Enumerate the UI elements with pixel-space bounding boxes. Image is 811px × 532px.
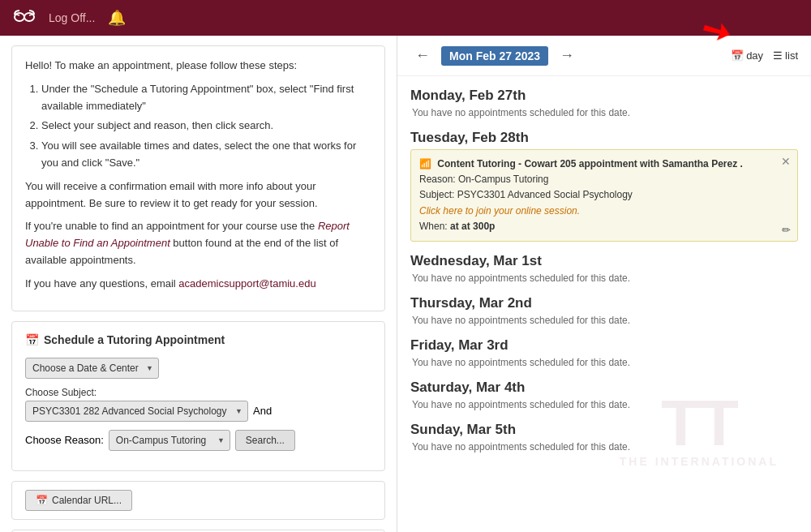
appointment-reason-line: Reason: On-Campus Tutoring	[419, 172, 773, 187]
day-section-tue-feb28: Tuesday, Feb 28th ✕ ✏ 📶 Content Tutoring…	[410, 130, 798, 242]
week-check-box: Week & Semester Time Check for Tutor Tra…	[11, 530, 385, 532]
calendar-url-icon: 📅	[36, 495, 48, 506]
appointment-online-link[interactable]: Click here to join your online session.	[419, 204, 773, 219]
prev-date-button[interactable]: ←	[410, 45, 435, 66]
list-view-option[interactable]: ☰ list	[773, 49, 798, 62]
appointment-close-button[interactable]: ✕	[781, 155, 791, 168]
calendar-url-button[interactable]: 📅 Calendar URL...	[25, 490, 132, 511]
subject-row: Choose Subject: PSYC3301 282 Advanced So…	[25, 387, 371, 422]
calendar-icon: 📅	[25, 333, 39, 346]
appointment-title: Content Tutoring - Cowart 205 appointmen…	[437, 158, 742, 169]
day-section-fri-mar3: Friday, Mar 3rd You have no appointments…	[410, 337, 798, 368]
no-appt-wed-mar1: You have no appointments scheduled for t…	[410, 272, 798, 284]
appointment-time: at 300p	[461, 221, 495, 232]
day-section-wed-mar1: Wednesday, Mar 1st You have no appointme…	[410, 253, 798, 284]
instructions-step-1: Under the "Schedule a Tutoring Appointme…	[41, 81, 371, 115]
search-button[interactable]: Search...	[235, 430, 295, 451]
appointment-edit-button[interactable]: ✏	[782, 224, 791, 236]
day-title-wed-mar1: Wednesday, Mar 1st	[410, 253, 798, 269]
right-panel: ← Mon Feb 27 2023 → 📅 day ☰ list Monday,…	[397, 36, 811, 532]
instructions-report: If you're unable to find an appointment …	[25, 218, 371, 268]
instructions-hello: Hello! To make an appointment, please fo…	[25, 58, 371, 75]
main-layout: Hello! To make an appointment, please fo…	[0, 36, 811, 532]
day-section-sun-mar5: Sunday, Mar 5th You have no appointments…	[410, 422, 798, 453]
subject-select[interactable]: PSYC3301 282 Advanced Social Psychology	[25, 401, 248, 422]
subject-select-wrapper: PSYC3301 282 Advanced Social Psychology	[25, 401, 248, 422]
list-view-icon: ☰	[773, 49, 783, 62]
logo-icon	[13, 7, 36, 28]
date-center-select[interactable]: Choose a Date & Center	[25, 358, 159, 379]
wifi-icon: 📶	[419, 158, 431, 169]
subject-label: Choose Subject:	[25, 387, 371, 398]
instructions-confirmation: You will receive a confirmation email wi…	[25, 178, 371, 212]
instructions-questions: If you have any questions, email academi…	[25, 276, 371, 293]
reason-input-row: Choose Reason: On-Campus Tutoring Search…	[25, 430, 371, 451]
no-appt-sun-mar5: You have no appointments scheduled for t…	[410, 441, 798, 453]
day-section-thu-mar2: Thursday, Mar 2nd You have no appointmen…	[410, 295, 798, 326]
day-title-tue-feb28: Tuesday, Feb 28th	[410, 130, 798, 146]
no-appt-fri-mar3: You have no appointments scheduled for t…	[410, 357, 798, 368]
email-link[interactable]: academicsupport@tamiu.edu	[178, 277, 315, 290]
no-appt-sat-mar4: You have no appointments scheduled for t…	[410, 399, 798, 410]
appointment-when-line: When: at at 300p	[419, 219, 773, 234]
no-appt-thu-mar2: You have no appointments scheduled for t…	[410, 315, 798, 326]
calendar-url-box: 📅 Calendar URL...	[11, 481, 385, 520]
date-center-select-wrapper: Choose a Date & Center	[25, 358, 159, 379]
date-center-row: Choose a Date & Center	[25, 358, 371, 379]
no-appt-mon-feb27: You have no appointments scheduled for t…	[410, 107, 798, 118]
day-section-mon-feb27: Monday, Feb 27th You have no appointment…	[410, 88, 798, 118]
schedule-box: 📅 Schedule a Tutoring Appointment Choose…	[11, 321, 385, 471]
day-title-sat-mar4: Saturday, Mar 4th	[410, 380, 798, 396]
day-view-calendar-icon: 📅	[731, 49, 744, 62]
notification-bell-icon[interactable]: 🔔	[108, 9, 126, 27]
schedule-box-title: 📅 Schedule a Tutoring Appointment	[25, 333, 371, 346]
reason-select[interactable]: On-Campus Tutoring	[109, 430, 230, 451]
reason-label: Choose Reason:	[25, 434, 104, 446]
instructions-box: Hello! To make an appointment, please fo…	[11, 45, 385, 311]
day-title-mon-feb27: Monday, Feb 27th	[410, 88, 798, 104]
next-date-button[interactable]: →	[555, 45, 579, 66]
appointment-subject-line: Subject: PSYC3301 Advanced Social Psycho…	[419, 187, 773, 203]
instructions-steps-list: Under the "Schedule a Tutoring Appointme…	[41, 81, 371, 172]
subject-input-row: PSYC3301 282 Advanced Social Psychology …	[25, 401, 371, 422]
and-label: And	[253, 405, 272, 417]
day-view-option[interactable]: 📅 day	[731, 49, 763, 62]
current-date-display[interactable]: Mon Feb 27 2023	[441, 46, 548, 66]
day-title-thu-mar2: Thursday, Mar 2nd	[410, 295, 798, 311]
appointment-card-1: ✕ ✏ 📶 Content Tutoring - Cowart 205 appo…	[410, 149, 798, 242]
day-title-sun-mar5: Sunday, Mar 5th	[410, 422, 798, 438]
reason-row: Choose Reason: On-Campus Tutoring Search…	[25, 430, 371, 451]
view-options: 📅 day ☰ list	[731, 49, 798, 62]
log-off-link[interactable]: Log Off...	[49, 11, 95, 24]
calendar-body: Monday, Feb 27th You have no appointment…	[397, 88, 811, 469]
instructions-step-2: Select your subject and reason, then cli…	[41, 118, 371, 135]
day-title-fri-mar3: Friday, Mar 3rd	[410, 337, 798, 354]
instructions-step-3: You will see available times and dates, …	[41, 138, 371, 172]
reason-select-wrapper: On-Campus Tutoring	[109, 430, 230, 451]
day-section-sat-mar4: Saturday, Mar 4th You have no appointmen…	[410, 380, 798, 410]
left-panel: Hello! To make an appointment, please fo…	[0, 36, 397, 532]
calendar-header: ← Mon Feb 27 2023 → 📅 day ☰ list	[397, 36, 811, 76]
appointment-title-line: 📶 Content Tutoring - Cowart 205 appointm…	[419, 157, 773, 172]
top-navigation: Log Off... 🔔	[0, 0, 811, 36]
